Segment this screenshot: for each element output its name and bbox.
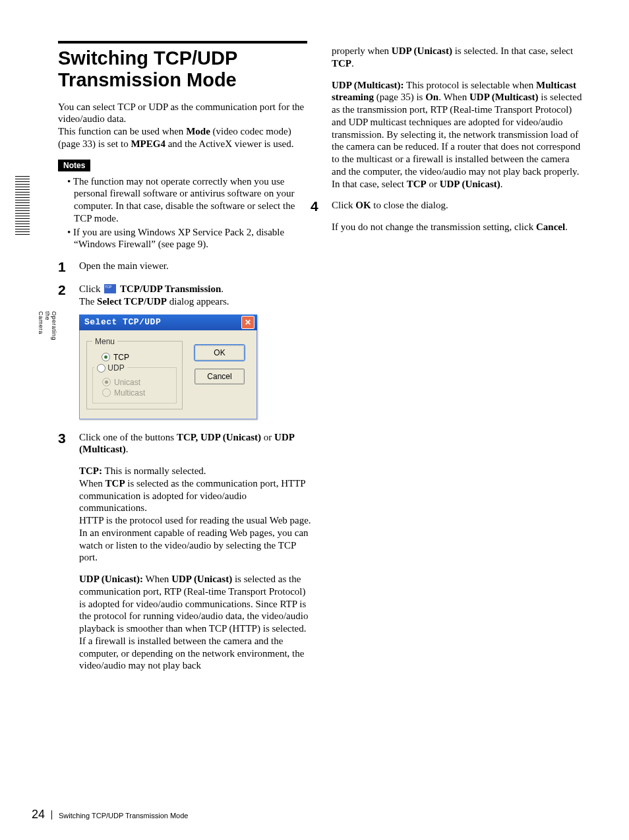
bold: Select TCP/UDP [97,296,167,307]
step-body: Click TCP/UDP Transmission. The Select T… [79,283,312,308]
multicast-block: UDP (Multicast): This protocol is select… [332,79,585,191]
tcp-block: TCP: This is normally selected. When TCP… [79,465,312,564]
step-4: 4 Click OK to close the dialog. If you d… [311,199,585,233]
bold: Cancel [536,222,565,232]
dialog-body: Menu TCP UDP Unicast [79,330,257,419]
radio-label: UDP [107,363,124,373]
bold: TCP, UDP (Unicast) [177,432,261,442]
step-1: 1 Open the main viewer. [58,260,312,274]
text: dialog appears. [167,296,229,307]
radio-icon [97,364,105,373]
text: This protocol is selectable when [404,80,537,90]
text: When [143,574,171,584]
text: . [126,444,129,454]
multicast-label: UDP (Multicast): [332,80,404,90]
notes-list: The function may not operate correctly w… [58,175,312,251]
text: or [427,179,440,189]
cancel-button[interactable]: Cancel [195,369,245,384]
footer-divider [51,810,52,820]
radio-label: Unicast [114,378,140,387]
side-tab: Operating the Camera [15,176,35,235]
radio-icon [102,388,111,397]
step-number: 4 [311,199,332,213]
bold: UDP (Unicast) [440,179,500,189]
bold: On [425,92,438,102]
left-column: Switching TCP/UDP Transmission Mode You … [58,41,312,672]
unicast-block: UDP (Unicast): When UDP (Unicast) is sel… [79,573,312,672]
text: to close the dialog. [371,200,448,210]
radio-unicast: Unicast [102,378,172,387]
step4-sub: If you do not change the transmission se… [332,221,585,233]
intro-para-2: This function can be used when Mode (vid… [58,125,312,150]
page-footer: 24 Switching TCP/UDP Transmission Mode [32,808,188,822]
step-body: Click one of the buttons TCP, UDP (Unica… [79,431,312,673]
bold: UDP (Unicast) [171,574,232,584]
tcp-label: TCP: [79,465,102,476]
bold: TCP [407,179,427,189]
text: . [221,284,224,294]
bold: UDP (Unicast) [392,45,452,56]
text: and the ActiveX viewer is used. [165,138,294,149]
text: . [500,179,503,189]
text: Click one of the buttons [79,432,177,442]
text: This is normally selected. [102,465,206,476]
select-tcpudp-dialog: Select TCP/UDP ✕ Menu TCP [79,315,257,419]
step-number: 1 [58,260,79,274]
tcpudp-icon [104,284,116,293]
text: is selected as the transmission port, RT… [332,92,582,189]
dialog-titlebar: Select TCP/UDP ✕ [79,315,257,330]
text: . [565,222,568,232]
text: . [351,58,354,69]
text: . When [438,92,469,102]
bold: TCP [105,478,125,489]
text: Open the main viewer. [79,260,169,271]
radio-tcp[interactable]: TCP [102,353,177,362]
footer-title: Switching TCP/UDP Transmission Mode [59,812,188,820]
step-number: 3 [58,431,79,445]
dialog-title: Select TCP/UDP [84,317,161,327]
unicast-label: UDP (Unicast): [79,574,143,584]
menu-fieldset: Menu TCP UDP Unicast [86,337,183,409]
close-icon: ✕ [245,318,252,327]
bold: Mode [186,126,210,136]
text: is selected. In that case, select [452,45,573,56]
text: In an environment capable of reading Web… [79,527,309,563]
bold: MPEG4 [131,138,165,149]
page-number: 24 [32,808,45,822]
tab-decor-lines [15,176,30,235]
text: Click [332,200,355,210]
heading-rule [58,41,307,44]
text: If you do not change the transmission se… [332,222,536,232]
text: When [79,478,105,489]
step-number: 2 [58,283,79,297]
bold: UDP (Multicast) [469,92,539,102]
notes-badge: Notes [58,160,90,171]
bold: TCP/UDP Transmission [120,284,221,294]
note-item: If you are using Windows XP Service Pack… [67,226,312,251]
bold: TCP [332,58,351,69]
text: (page 35) is [374,92,425,102]
text: properly when [332,45,392,56]
radio-udp[interactable]: UDP [94,363,127,373]
text: is selected as the communication port, R… [79,574,308,671]
bold: OK [355,200,371,210]
right-column: properly when UDP (Unicast) is selected.… [332,41,585,672]
text: The [79,296,97,307]
radio-icon [102,378,111,386]
menu-legend: Menu [92,337,117,346]
unicast-continued: properly when UDP (Unicast) is selected.… [332,45,585,70]
ok-button[interactable]: OK [195,345,245,361]
step-body: Click OK to close the dialog. If you do … [332,199,585,233]
step-2: 2 Click TCP/UDP Transmission. The Select… [58,283,312,308]
note-item: The function may not operate correctly w… [67,175,312,225]
radio-multicast: Multicast [102,388,172,398]
udp-fieldset: UDP Unicast Multicast [92,363,177,404]
radio-label: Multicast [114,388,145,398]
step-body: Open the main viewer. [79,260,312,272]
text: HTTP is the protocol used for reading th… [79,515,311,525]
step-3: 3 Click one of the buttons TCP, UDP (Uni… [58,431,312,673]
side-tab-label: Operating the Camera [38,311,57,340]
close-button[interactable]: ✕ [241,316,255,329]
text: Click [79,284,103,294]
text: This function can be used when [58,126,186,136]
